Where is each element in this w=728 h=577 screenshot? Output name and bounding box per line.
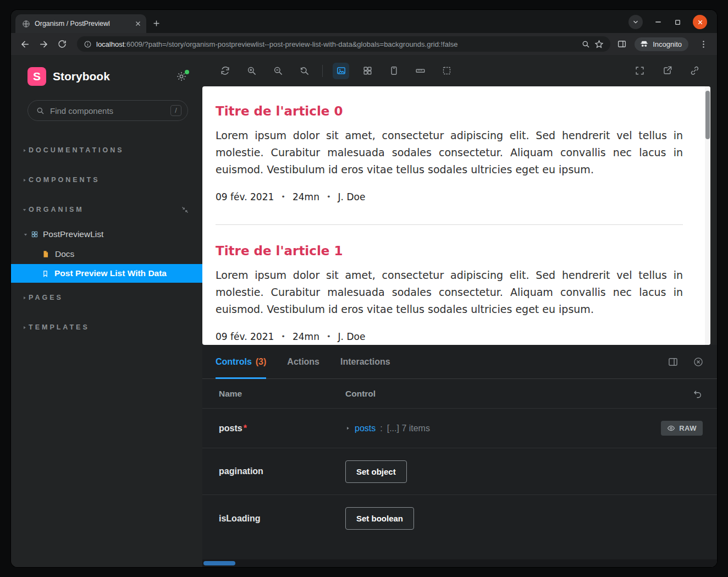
tab-search-chevron-icon[interactable] (628, 15, 643, 29)
panel-scrollbar-thumb[interactable] (203, 561, 235, 565)
reset-controls-icon[interactable] (693, 389, 703, 399)
post-title: Titre de l'article 1 (216, 244, 683, 258)
reload-button[interactable] (54, 36, 70, 52)
canvas-toolbar-right (620, 63, 703, 79)
sidebar-item-docs[interactable]: Docs (11, 244, 202, 264)
canvas-toolbar (202, 55, 717, 86)
post-excerpt: Lorem ipsum dolor sit amet, consectetur … (216, 127, 683, 178)
raw-label: RAW (679, 424, 697, 432)
control-name: isLoading (219, 514, 345, 524)
sidebar-section-organism[interactable]: ORGANISM (11, 195, 202, 224)
bookmark-star-icon[interactable] (594, 40, 604, 49)
search-input[interactable]: Find components / (27, 100, 188, 121)
sidebar-section-components[interactable]: COMPONENTS (11, 165, 202, 195)
url-text: localhost:6009/?path=/story/organism-pos… (96, 40, 577, 48)
story-bookmark-icon (42, 270, 49, 277)
stage: Titre de l'article 0 Lorem ipsum dolor s… (202, 55, 717, 567)
remount-refresh-icon[interactable] (217, 63, 233, 79)
component-label: PostPreviewList (43, 229, 103, 239)
window-maximize-button[interactable] (674, 18, 682, 26)
panel-position-icon[interactable] (668, 356, 679, 367)
incognito-label: Incognito (653, 40, 682, 48)
object-key-link[interactable]: posts (355, 424, 376, 433)
section-label: COMPONENTS (29, 176, 100, 184)
browser-menu-icon[interactable] (695, 36, 712, 52)
storybook-logo: S (27, 67, 46, 86)
control-name: posts* (219, 424, 345, 433)
tab-favicon-icon (22, 20, 30, 28)
name-column-header: Name (219, 389, 345, 399)
post-read-time: 24mn (293, 331, 319, 342)
object-value-summary: [...] 7 items (387, 424, 430, 433)
chevron-right-icon (20, 325, 29, 330)
sidebar-item-post-preview-list-with-data[interactable]: Post Preview List With Data (11, 264, 202, 283)
copy-link-icon[interactable] (686, 63, 703, 79)
tab-close-icon[interactable] (134, 20, 142, 28)
raw-toggle-button[interactable]: RAW (661, 421, 703, 436)
window-controls (628, 15, 713, 33)
incognito-icon (639, 40, 649, 49)
post-meta: 09 fév. 2021 • 24mn • J. Doe (216, 191, 683, 202)
viewport-icon[interactable] (385, 63, 402, 79)
storybook-sidebar: S Storybook Find components / (11, 55, 202, 567)
collapse-all-icon[interactable] (181, 206, 189, 214)
sidebar-section-documentations[interactable]: DOCUMENTATIONS (11, 135, 202, 165)
sidebar-nav: DOCUMENTATIONS COMPONENTS ORGANISM (11, 135, 202, 342)
sidebar-section-pages[interactable]: PAGES (11, 283, 202, 312)
story-canvas: Titre de l'article 0 Lorem ipsum dolor s… (202, 86, 710, 345)
brand-row: S Storybook (27, 67, 187, 86)
meta-separator: • (327, 193, 331, 201)
outline-icon[interactable] (438, 63, 455, 79)
set-object-button[interactable]: Set object (345, 460, 407, 483)
toolbar-divider (322, 65, 323, 77)
tab-interactions[interactable]: Interactions (340, 345, 390, 378)
settings-gear-icon[interactable] (176, 71, 187, 82)
zoom-out-icon[interactable] (269, 63, 286, 79)
grid-toggle-icon[interactable] (359, 63, 376, 79)
set-boolean-button[interactable]: Set boolean (345, 507, 414, 530)
docs-icon (42, 250, 49, 258)
component-icon (31, 230, 38, 238)
canvas-scrollbar[interactable] (705, 86, 710, 345)
zoom-icon[interactable] (581, 40, 590, 48)
zoom-in-icon[interactable] (243, 63, 260, 79)
site-info-icon[interactable] (84, 40, 92, 48)
post-preview-0: Titre de l'article 0 Lorem ipsum dolor s… (216, 104, 683, 202)
expander-triangle-icon[interactable] (345, 426, 350, 431)
fullscreen-expand-icon[interactable] (631, 63, 648, 79)
chevron-down-icon (21, 232, 30, 237)
meta-separator: • (327, 332, 331, 340)
window-minimize-button[interactable] (654, 18, 663, 26)
forward-button[interactable] (35, 36, 52, 52)
back-button[interactable] (16, 36, 33, 52)
address-bar[interactable]: localhost:6009/?path=/story/organism-pos… (77, 36, 610, 52)
chevron-down-icon (20, 207, 29, 212)
storybook-app: S Storybook Find components / (11, 55, 717, 567)
tab-controls[interactable]: Controls (3) (216, 345, 266, 378)
brand-title: Storybook (53, 70, 110, 83)
window-close-button[interactable] (693, 15, 707, 29)
open-new-tab-icon[interactable] (659, 63, 675, 79)
canvas-scrollbar-thumb[interactable] (705, 91, 710, 139)
new-tab-button[interactable] (152, 19, 161, 28)
search-shortcut-badge: / (170, 105, 181, 116)
url-host: localhost (96, 40, 124, 48)
measure-ruler-icon[interactable] (412, 63, 428, 79)
browser-tab[interactable]: Organism / PostPreviewl (15, 14, 146, 33)
section-label: ORGANISM (29, 206, 84, 213)
backgrounds-icon[interactable] (333, 63, 349, 79)
panel-horizontal-scrollbar[interactable] (202, 559, 717, 567)
story-label: Post Preview List With Data (54, 268, 167, 278)
sidebar-item-postpreviewlist[interactable]: PostPreviewList (11, 224, 202, 244)
post-read-time: 24mn (293, 191, 319, 202)
close-panel-icon[interactable] (693, 356, 704, 367)
tab-actions[interactable]: Actions (287, 345, 319, 378)
sidebar-section-templates[interactable]: TEMPLATES (11, 312, 202, 342)
tab-controls-count: (3) (256, 357, 267, 367)
control-name: pagination (219, 466, 345, 476)
section-label: DOCUMENTATIONS (29, 146, 124, 154)
zoom-reset-icon[interactable] (296, 63, 312, 79)
side-panel-icon[interactable] (617, 39, 627, 49)
panel-actions (668, 356, 704, 367)
url-path: :6009/?path=/story/organism-postpreviewl… (124, 40, 457, 48)
